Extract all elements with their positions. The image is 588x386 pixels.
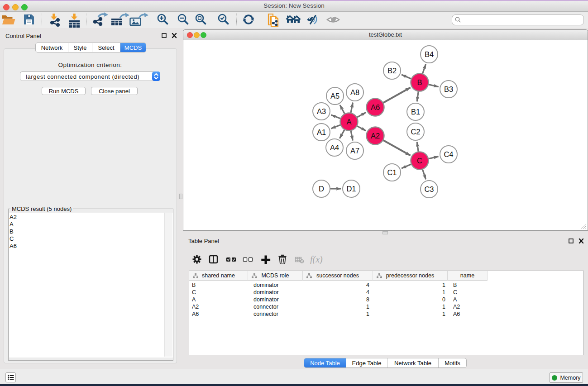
svg-text:A1: A1	[317, 128, 326, 136]
svg-text:B1: B1	[411, 108, 420, 116]
svg-text:D1: D1	[346, 185, 356, 193]
svg-text:B4: B4	[425, 50, 434, 58]
svg-text:C2: C2	[411, 128, 420, 136]
svg-text:A6: A6	[371, 103, 380, 111]
svg-text:A5: A5	[330, 92, 339, 100]
svg-text:C1: C1	[387, 168, 397, 176]
svg-text:D: D	[319, 185, 324, 193]
svg-text:A8: A8	[350, 88, 359, 96]
svg-text:C: C	[417, 157, 422, 165]
svg-text:B3: B3	[444, 85, 453, 93]
svg-text:B: B	[417, 78, 422, 86]
svg-text:A3: A3	[317, 107, 326, 115]
svg-text:f(x): f(x)	[310, 254, 323, 264]
svg-text:A2: A2	[371, 132, 380, 140]
svg-text:B2: B2	[387, 67, 397, 75]
svg-text:A7: A7	[350, 147, 359, 155]
svg-text:C4: C4	[444, 150, 453, 158]
svg-text:C3: C3	[424, 185, 434, 193]
svg-text:A4: A4	[330, 143, 339, 152]
svg-text:A: A	[346, 118, 351, 126]
